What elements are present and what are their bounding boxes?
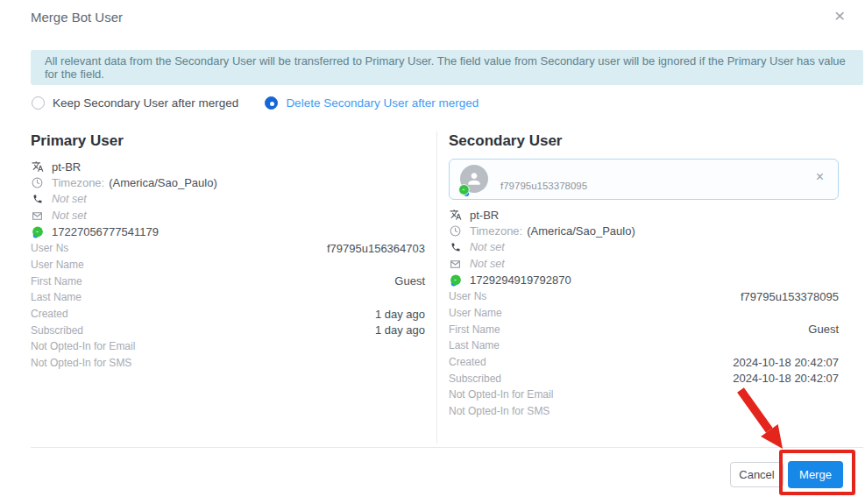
secondary-user-heading: Secondary User	[449, 131, 839, 151]
primary-messenger-row: 17227056777541179	[31, 224, 425, 240]
field-row: User Name	[449, 305, 839, 322]
field-label: First Name	[449, 323, 500, 336]
translate-icon	[31, 160, 44, 174]
field-label: Not Opted-In for SMS	[31, 357, 131, 369]
primary-phone-row: Not set	[31, 191, 425, 208]
field-row: User Ns f79795u156364703	[31, 240, 425, 257]
field-row: Not Opted-In for SMS	[31, 355, 425, 372]
info-banner: All relevant data from the Secondary Use…	[31, 50, 863, 85]
messenger-icon	[449, 273, 462, 287]
field-label: Not Opted-In for Email	[449, 388, 553, 401]
field-row: First Name Guest	[31, 273, 425, 289]
secondary-user-panel: Secondary User f79795u153378095 × pt-BR	[449, 131, 839, 419]
field-label: Subscribed	[449, 373, 501, 385]
field-label: First Name	[31, 275, 82, 287]
secondary-locale: pt-BR	[470, 209, 499, 222]
merge-bot-user-dialog: Merge Bot User × All relevant data from …	[0, 0, 865, 504]
primary-timezone-label: Timezone:	[52, 176, 104, 189]
field-value: f79795u156364703	[327, 242, 425, 255]
messenger-icon	[31, 225, 44, 238]
primary-phone: Not set	[52, 193, 87, 205]
secondary-timezone-value: (America/Sao_Paulo)	[527, 224, 635, 238]
primary-locale: pt-BR	[52, 160, 81, 174]
primary-messenger-id: 17227056777541179	[52, 225, 159, 238]
secondary-timezone-row: Timezone: (America/Sao_Paulo)	[449, 224, 839, 240]
field-label: Not Opted-In for SMS	[449, 405, 549, 417]
secondary-timezone-label: Timezone:	[470, 224, 522, 238]
field-label: Not Opted-In for Email	[31, 340, 135, 352]
radio-unselected-icon[interactable]	[32, 96, 45, 110]
footer-divider	[31, 447, 863, 448]
field-row: Last Name	[31, 289, 425, 306]
column-divider	[436, 131, 437, 444]
field-row: Subscribed 2024-10-18 20:42:07	[449, 370, 839, 387]
clock-icon	[31, 176, 44, 189]
field-value: 2024-10-18 20:42:07	[733, 372, 839, 385]
primary-timezone-row: Timezone: (America/Sao_Paulo)	[31, 175, 425, 192]
close-icon[interactable]: ×	[831, 3, 848, 28]
secondary-locale-row: pt-BR	[449, 207, 839, 224]
secondary-phone: Not set	[470, 241, 505, 253]
radio-delete-label: Delete Secondary User after merged	[286, 96, 479, 110]
field-value: 1 day ago	[375, 323, 425, 337]
email-icon	[31, 209, 44, 223]
primary-user-heading: Primary User	[31, 131, 425, 151]
field-row: Last Name	[449, 337, 839, 354]
cancel-button[interactable]: Cancel	[730, 462, 783, 487]
field-label: Created	[449, 356, 486, 368]
field-row: User Name	[31, 257, 425, 273]
field-label: Created	[31, 308, 68, 320]
field-value: Guest	[394, 274, 425, 287]
remove-secondary-icon[interactable]: ×	[816, 170, 824, 184]
field-row: First Name Guest	[449, 321, 839, 337]
clock-icon	[449, 224, 462, 238]
messenger-badge-icon	[458, 184, 471, 196]
primary-user-panel: Primary User pt-BR Timezone: (America/Sa…	[31, 131, 425, 371]
merge-options: Keep Secondary User after merged Delete …	[32, 93, 479, 112]
field-value: f79795u153378095	[741, 290, 839, 303]
radio-keep-label: Keep Secondary User after merged	[53, 96, 238, 110]
field-label: User Ns	[31, 242, 68, 254]
primary-locale-row: pt-BR	[31, 159, 425, 175]
field-label: User Name	[449, 307, 502, 319]
radio-selected-icon[interactable]	[265, 96, 278, 110]
primary-email-row: Not set	[31, 208, 425, 224]
field-label: User Name	[31, 259, 84, 271]
field-row: Subscribed 1 day ago	[31, 322, 425, 338]
secondary-phone-row: Not set	[449, 239, 839, 256]
primary-timezone-value: (America/Sao_Paulo)	[109, 176, 217, 189]
primary-email: Not set	[52, 209, 87, 222]
field-value: 1 day ago	[375, 308, 425, 321]
dialog-title: Merge Bot User	[31, 10, 123, 25]
translate-icon	[449, 209, 462, 222]
field-label: Last Name	[31, 291, 82, 303]
field-row: Not Opted-In for SMS	[449, 403, 839, 420]
merge-button[interactable]: Merge	[788, 461, 843, 488]
field-row: Not Opted-In for Email	[31, 338, 425, 355]
secondary-messenger-id: 1729294919792870	[470, 273, 571, 287]
radio-delete-secondary[interactable]: Delete Secondary User after merged	[265, 96, 479, 110]
email-icon	[449, 258, 462, 271]
phone-icon	[31, 193, 44, 206]
field-label: Subscribed	[31, 324, 83, 337]
secondary-messenger-row: 1729294919792870	[449, 272, 839, 288]
field-value: Guest	[808, 323, 839, 336]
avatar	[460, 165, 490, 195]
secondary-user-card: f79795u153378095 ×	[449, 159, 839, 200]
field-row: Created 2024-10-18 20:42:07	[449, 354, 839, 371]
secondary-card-name: f79795u153378095	[500, 181, 587, 191]
field-row: Not Opted-In for Email	[449, 387, 839, 403]
field-label: User Ns	[449, 290, 486, 302]
field-value: 2024-10-18 20:42:07	[733, 356, 839, 369]
secondary-email: Not set	[470, 258, 505, 270]
radio-keep-secondary[interactable]: Keep Secondary User after merged	[32, 96, 238, 110]
secondary-email-row: Not set	[449, 256, 839, 273]
field-label: Last Name	[449, 339, 500, 351]
field-row: User Ns f79795u153378095	[449, 288, 839, 305]
field-row: Created 1 day ago	[31, 306, 425, 323]
phone-icon	[449, 241, 462, 254]
